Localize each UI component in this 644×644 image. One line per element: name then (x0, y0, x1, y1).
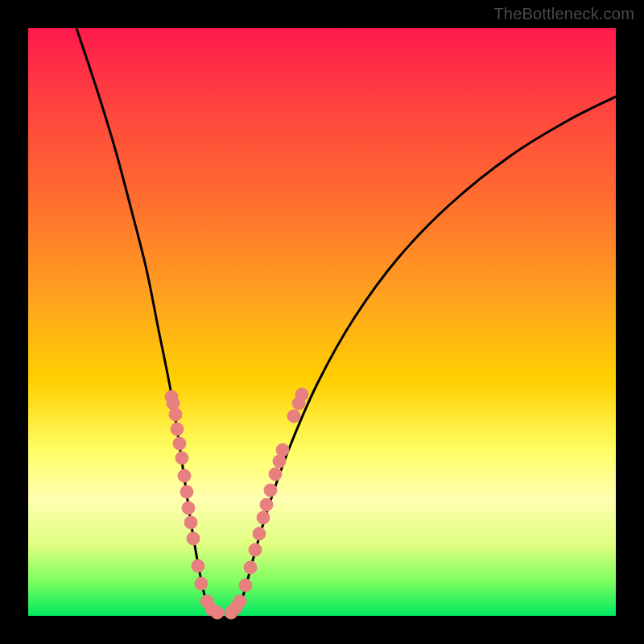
data-marker (260, 498, 273, 511)
data-marker (295, 388, 308, 401)
data-marker (253, 527, 266, 540)
right-markers (225, 388, 308, 619)
data-marker (195, 577, 208, 590)
data-marker (192, 559, 204, 572)
data-marker (169, 408, 182, 421)
data-marker (171, 423, 184, 436)
watermark-text: TheBottleneck.com (493, 5, 634, 23)
curves-svg (28, 28, 616, 616)
data-marker (184, 516, 197, 529)
data-marker (244, 561, 257, 574)
right-curve (236, 97, 616, 616)
chart-frame: TheBottleneck.com (0, 0, 644, 644)
plot-area (28, 28, 616, 616)
data-marker (178, 469, 191, 482)
data-marker (239, 579, 252, 592)
data-marker (175, 452, 188, 464)
data-marker (187, 532, 200, 545)
data-marker (249, 543, 262, 556)
data-marker (233, 595, 246, 608)
data-marker (167, 397, 180, 410)
data-marker (257, 511, 270, 524)
data-marker (264, 484, 277, 497)
data-marker (211, 606, 224, 619)
left-markers (165, 390, 224, 619)
data-marker (180, 485, 193, 498)
data-marker (276, 444, 289, 456)
data-marker (182, 502, 195, 514)
data-marker (273, 455, 286, 468)
data-marker (269, 468, 282, 481)
data-marker (173, 437, 186, 450)
data-marker (287, 410, 300, 423)
